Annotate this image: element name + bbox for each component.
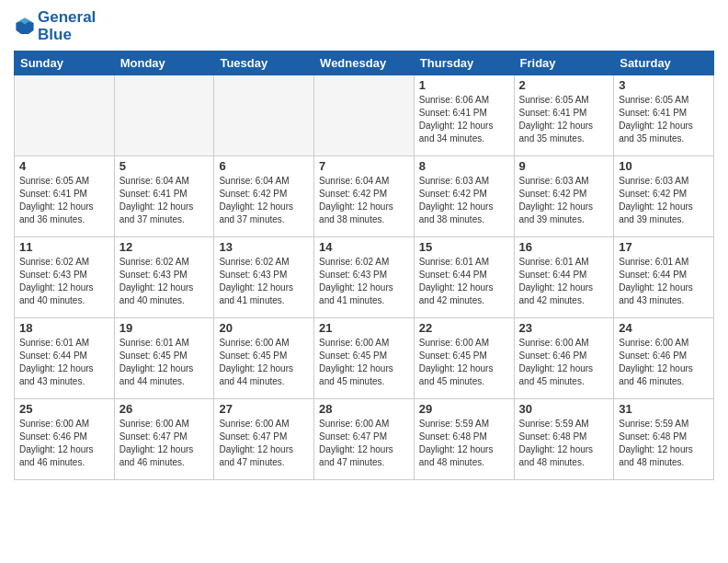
col-header-saturday: Saturday [614,52,714,75]
day-info: Sunrise: 6:04 AM Sunset: 6:42 PM Dayligh… [319,175,409,226]
day-info: Sunrise: 5:59 AM Sunset: 6:48 PM Dayligh… [419,418,509,469]
logo: General Blue [14,9,96,43]
day-number: 13 [219,240,309,254]
day-cell [314,75,415,156]
day-info: Sunrise: 6:04 AM Sunset: 6:42 PM Dayligh… [219,175,309,226]
week-row-3: 11Sunrise: 6:02 AM Sunset: 6:43 PM Dayli… [15,237,714,318]
day-info: Sunrise: 6:02 AM Sunset: 6:43 PM Dayligh… [19,256,109,307]
day-cell: 18Sunrise: 6:01 AM Sunset: 6:44 PM Dayli… [15,318,115,399]
day-info: Sunrise: 6:00 AM Sunset: 6:47 PM Dayligh… [319,418,409,469]
day-cell: 12Sunrise: 6:02 AM Sunset: 6:43 PM Dayli… [114,237,214,318]
day-cell: 21Sunrise: 6:00 AM Sunset: 6:45 PM Dayli… [314,318,415,399]
week-row-5: 25Sunrise: 6:00 AM Sunset: 6:46 PM Dayli… [15,399,714,480]
day-cell: 29Sunrise: 5:59 AM Sunset: 6:48 PM Dayli… [414,399,514,480]
day-number: 6 [219,159,309,173]
day-cell: 9Sunrise: 6:03 AM Sunset: 6:42 PM Daylig… [514,156,614,237]
day-number: 1 [419,78,509,92]
day-info: Sunrise: 6:00 AM Sunset: 6:46 PM Dayligh… [19,418,109,469]
day-cell: 5Sunrise: 6:04 AM Sunset: 6:41 PM Daylig… [114,156,214,237]
day-cell: 19Sunrise: 6:01 AM Sunset: 6:45 PM Dayli… [114,318,214,399]
day-number: 15 [419,240,509,254]
day-cell: 25Sunrise: 6:00 AM Sunset: 6:46 PM Dayli… [15,399,115,480]
day-cell: 20Sunrise: 6:00 AM Sunset: 6:45 PM Dayli… [214,318,314,399]
day-number: 22 [419,321,509,335]
day-cell [114,75,214,156]
day-number: 16 [519,240,609,254]
day-info: Sunrise: 6:02 AM Sunset: 6:43 PM Dayligh… [119,256,210,307]
col-header-wednesday: Wednesday [314,52,415,75]
day-number: 21 [319,321,409,335]
day-cell: 6Sunrise: 6:04 AM Sunset: 6:42 PM Daylig… [214,156,314,237]
day-info: Sunrise: 6:02 AM Sunset: 6:43 PM Dayligh… [319,256,409,307]
day-info: Sunrise: 6:00 AM Sunset: 6:46 PM Dayligh… [519,337,609,388]
day-number: 3 [619,78,709,92]
week-row-4: 18Sunrise: 6:01 AM Sunset: 6:44 PM Dayli… [15,318,714,399]
day-cell: 11Sunrise: 6:02 AM Sunset: 6:43 PM Dayli… [15,237,115,318]
day-number: 9 [519,159,609,173]
day-info: Sunrise: 6:01 AM Sunset: 6:45 PM Dayligh… [119,337,210,388]
day-number: 18 [19,321,109,335]
logo-text: General Blue [38,9,96,43]
day-number: 10 [619,159,709,173]
day-cell: 26Sunrise: 6:00 AM Sunset: 6:47 PM Dayli… [114,399,214,480]
day-cell [214,75,314,156]
day-cell: 15Sunrise: 6:01 AM Sunset: 6:44 PM Dayli… [414,237,514,318]
day-cell: 30Sunrise: 5:59 AM Sunset: 6:48 PM Dayli… [514,399,614,480]
day-info: Sunrise: 6:03 AM Sunset: 6:42 PM Dayligh… [519,175,609,226]
col-header-thursday: Thursday [414,52,514,75]
day-info: Sunrise: 6:00 AM Sunset: 6:45 PM Dayligh… [419,337,509,388]
week-row-1: 1Sunrise: 6:06 AM Sunset: 6:41 PM Daylig… [15,75,714,156]
day-info: Sunrise: 6:01 AM Sunset: 6:44 PM Dayligh… [419,256,509,307]
day-cell: 31Sunrise: 5:59 AM Sunset: 6:48 PM Dayli… [614,399,714,480]
day-number: 25 [19,402,109,416]
day-info: Sunrise: 6:02 AM Sunset: 6:43 PM Dayligh… [219,256,309,307]
day-cell: 22Sunrise: 6:00 AM Sunset: 6:45 PM Dayli… [414,318,514,399]
day-number: 8 [419,159,509,173]
day-info: Sunrise: 6:01 AM Sunset: 6:44 PM Dayligh… [19,337,109,388]
day-info: Sunrise: 5:59 AM Sunset: 6:48 PM Dayligh… [519,418,609,469]
calendar-header-row: SundayMondayTuesdayWednesdayThursdayFrid… [15,52,714,75]
day-info: Sunrise: 6:00 AM Sunset: 6:47 PM Dayligh… [119,418,210,469]
day-cell: 2Sunrise: 6:05 AM Sunset: 6:41 PM Daylig… [514,75,614,156]
day-cell: 10Sunrise: 6:03 AM Sunset: 6:42 PM Dayli… [614,156,714,237]
day-number: 5 [119,159,210,173]
day-info: Sunrise: 6:05 AM Sunset: 6:41 PM Dayligh… [619,94,709,145]
day-cell: 16Sunrise: 6:01 AM Sunset: 6:44 PM Dayli… [514,237,614,318]
day-cell: 14Sunrise: 6:02 AM Sunset: 6:43 PM Dayli… [314,237,415,318]
day-cell: 4Sunrise: 6:05 AM Sunset: 6:41 PM Daylig… [15,156,115,237]
day-info: Sunrise: 6:04 AM Sunset: 6:41 PM Dayligh… [119,175,210,226]
day-number: 11 [19,240,109,254]
day-info: Sunrise: 5:59 AM Sunset: 6:48 PM Dayligh… [619,418,709,469]
day-number: 4 [19,159,109,173]
day-info: Sunrise: 6:01 AM Sunset: 6:44 PM Dayligh… [519,256,609,307]
calendar-table: SundayMondayTuesdayWednesdayThursdayFrid… [14,51,714,480]
day-info: Sunrise: 6:05 AM Sunset: 6:41 PM Dayligh… [519,94,609,145]
day-info: Sunrise: 6:00 AM Sunset: 6:47 PM Dayligh… [219,418,309,469]
day-number: 12 [119,240,210,254]
day-info: Sunrise: 6:05 AM Sunset: 6:41 PM Dayligh… [19,175,109,226]
day-cell [15,75,115,156]
day-number: 31 [619,402,709,416]
day-number: 24 [619,321,709,335]
day-number: 28 [319,402,409,416]
header: General Blue [14,9,714,43]
day-info: Sunrise: 6:00 AM Sunset: 6:46 PM Dayligh… [619,337,709,388]
day-number: 17 [619,240,709,254]
day-number: 19 [119,321,210,335]
day-info: Sunrise: 6:03 AM Sunset: 6:42 PM Dayligh… [419,175,509,226]
day-cell: 13Sunrise: 6:02 AM Sunset: 6:43 PM Dayli… [214,237,314,318]
col-header-sunday: Sunday [15,52,115,75]
day-number: 26 [119,402,210,416]
day-number: 23 [519,321,609,335]
day-number: 27 [219,402,309,416]
col-header-friday: Friday [514,52,614,75]
day-info: Sunrise: 6:06 AM Sunset: 6:41 PM Dayligh… [419,94,509,145]
day-number: 7 [319,159,409,173]
col-header-tuesday: Tuesday [214,52,314,75]
day-number: 30 [519,402,609,416]
day-number: 2 [519,78,609,92]
col-header-monday: Monday [114,52,214,75]
day-number: 20 [219,321,309,335]
day-cell: 1Sunrise: 6:06 AM Sunset: 6:41 PM Daylig… [414,75,514,156]
day-number: 14 [319,240,409,254]
